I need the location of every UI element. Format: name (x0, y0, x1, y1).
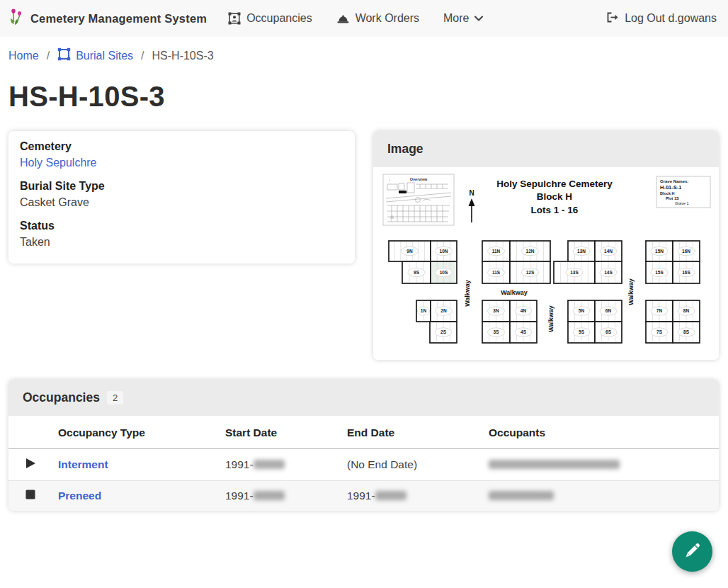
logout-icon (605, 11, 619, 26)
map-lot-10S: 10S (431, 261, 457, 283)
map-lot-4N: 4N (510, 300, 537, 322)
field-status: Status Taken (20, 220, 343, 249)
cards-row: Cemetery Holy Sepulchre Burial Site Type… (0, 131, 728, 360)
svg-text:16N: 16N (682, 249, 690, 254)
image-card: Image Overview ↓ (373, 131, 719, 360)
map-lot-7S: 7S (646, 322, 673, 343)
svg-text:5N: 5N (579, 308, 585, 313)
field-cemetery: Cemetery Holy Sepulchre (20, 140, 343, 169)
pencil-icon (683, 541, 702, 562)
map-title: Holy Sepulchre Cemetery Block H Lots 1 -… (496, 179, 613, 215)
map-lot-16S: 16S (673, 261, 700, 283)
page-title: HS-H-10S-3 (0, 68, 728, 131)
map-lot-9N: 9N (389, 241, 431, 261)
column-header-end: End Date (341, 416, 483, 449)
svg-text:8S: 8S (683, 329, 690, 334)
map-lot-7N: 7N (646, 300, 673, 322)
tulip-logo-icon (8, 8, 25, 30)
breadcrumb-separator: / (47, 50, 50, 62)
nav-item-occupancies[interactable]: Occupancies (228, 12, 312, 25)
column-header-occupants: Occupants (483, 416, 719, 449)
breadcrumb-home-link[interactable]: Home (8, 50, 39, 62)
overview-thumbnail: Overview ↓ (383, 174, 454, 225)
svg-text:10S: 10S (440, 270, 448, 275)
svg-text:7S: 7S (656, 329, 663, 334)
edit-fab-button[interactable] (672, 531, 712, 572)
redacted-text (254, 460, 285, 469)
nav-item-work-orders[interactable]: Work Orders (336, 12, 419, 25)
svg-text:4S: 4S (521, 329, 527, 334)
svg-text:Plot 1S: Plot 1S (666, 196, 679, 200)
field-burial-site-type: Burial Site Type Casket Grave (20, 180, 343, 209)
svg-text:Grave 1: Grave 1 (675, 201, 689, 205)
plot-map-image: Overview ↓ N (373, 167, 719, 360)
breadcrumb-separator: / (141, 50, 144, 62)
map-lot-6N: 6N (595, 300, 622, 322)
svg-text:Grave Names:: Grave Names: (660, 179, 688, 183)
svg-text:5S: 5S (579, 329, 585, 334)
redacted-text (254, 491, 285, 500)
map-lot-2S: 2S (430, 322, 457, 343)
svg-text:16S: 16S (682, 270, 690, 275)
occupancies-card: Occupancies 2 Occupancy Type Start Date … (8, 380, 719, 511)
map-lot-9S: 9S (402, 261, 431, 283)
occupancy-type-link[interactable]: Interment (58, 458, 108, 470)
svg-text:14S: 14S (604, 270, 613, 275)
map-lot-14N: 14N (595, 241, 622, 261)
svg-text:10N: 10N (440, 249, 448, 254)
occupancies-icon (228, 12, 241, 25)
svg-text:11S: 11S (492, 270, 501, 275)
map-lot-3S: 3S (482, 322, 510, 343)
cemetery-link[interactable]: Holy Sepulchre (20, 157, 97, 169)
svg-text:3N: 3N (493, 308, 499, 313)
field-label: Burial Site Type (20, 180, 343, 193)
occupancy-type-link[interactable]: Preneed (58, 490, 101, 502)
map-lot-5S: 5S (568, 322, 595, 343)
status-value: Taken (20, 236, 343, 249)
nav-label: More (443, 12, 469, 25)
svg-text:15N: 15N (655, 249, 664, 254)
map-lot-4S: 4S (510, 322, 537, 343)
image-card-title: Image (387, 142, 423, 157)
svg-text:2N: 2N (440, 308, 447, 313)
redacted-text (375, 491, 406, 500)
svg-text:15S: 15S (655, 270, 664, 275)
map-lot-12S: 12S (510, 261, 550, 283)
map-lot-10N: 10N (431, 241, 457, 261)
redacted-text (489, 491, 554, 500)
column-header-start: Start Date (220, 416, 341, 449)
map-lot-6S: 6S (595, 322, 622, 343)
map-lot-11N: 11N (482, 241, 510, 261)
svg-text:6N: 6N (605, 308, 612, 313)
svg-text:13S: 13S (570, 270, 579, 275)
stop-icon (25, 490, 35, 502)
navbar: Cemetery Management System Occupancies (0, 0, 728, 37)
svg-text:13N: 13N (577, 249, 586, 254)
svg-text:N: N (469, 189, 474, 197)
map-lot-2N: 2N (431, 300, 457, 322)
map-lot-15S: 15S (646, 261, 673, 283)
svg-text:Block H: Block H (660, 191, 675, 196)
svg-text:2S: 2S (440, 329, 447, 334)
column-header-type: Occupancy Type (52, 416, 220, 449)
walkway-label: Walkway (501, 289, 528, 296)
occupancies-count-badge: 2 (107, 391, 123, 405)
occupancies-header: Occupancies 2 (8, 380, 719, 416)
app-brand[interactable]: Cemetery Management System (8, 8, 207, 30)
nav-item-more[interactable]: More (443, 12, 483, 25)
map-lot-16N: 16N (673, 241, 700, 261)
svg-text:8N: 8N (683, 308, 690, 313)
nav-label: Work Orders (356, 12, 419, 25)
occupants-cell (483, 449, 719, 481)
map-lot-3N: 3N (482, 300, 510, 322)
main-nav: Occupancies Work Orders More (228, 12, 483, 25)
svg-text:Lots 1 - 16: Lots 1 - 16 (531, 205, 579, 215)
map-lot-14S: 14S (595, 261, 622, 283)
burial-sites-icon (57, 47, 71, 64)
logout-button[interactable]: Log Out d.gowans (605, 11, 717, 26)
burial-site-details-card: Cemetery Holy Sepulchre Burial Site Type… (8, 131, 355, 264)
play-icon (25, 459, 36, 471)
map-lot-11S: 11S (482, 261, 510, 283)
breadcrumb-burial-sites-link[interactable]: Burial Sites (57, 47, 133, 64)
svg-text:Overview: Overview (410, 177, 428, 181)
